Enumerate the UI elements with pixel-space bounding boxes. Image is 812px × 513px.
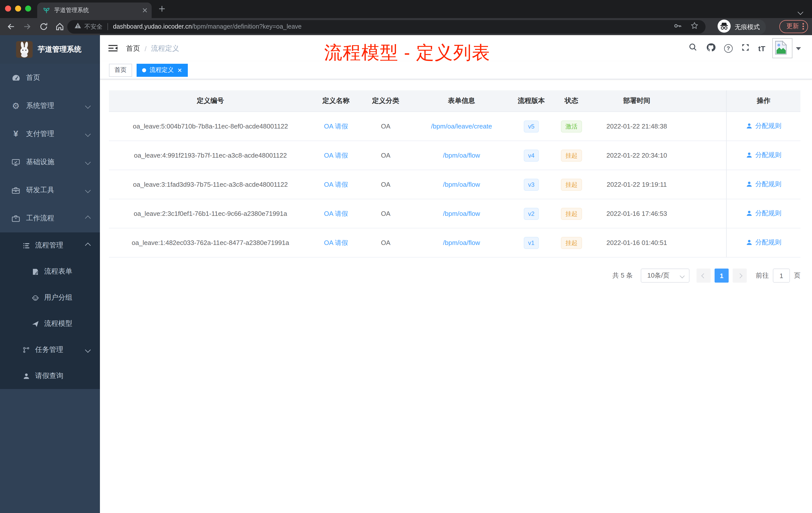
home-icon[interactable] — [55, 22, 64, 33]
goto-page-input[interactable] — [773, 269, 790, 282]
deploy-time: 2022-01-22 19:19:11 — [592, 170, 682, 199]
fullscreen-icon[interactable] — [741, 43, 750, 54]
deploy-time: 2022-01-22 21:48:38 — [592, 112, 682, 141]
github-icon[interactable] — [706, 42, 716, 54]
page-number-button[interactable]: 1 — [715, 269, 729, 282]
col-status: 状态 — [551, 90, 592, 112]
version-badge: v3 — [523, 178, 539, 190]
user-avatar[interactable] — [772, 38, 792, 58]
table-row: oa_leave:4:991f2193-7b7f-11ec-a3c8-acde4… — [109, 141, 801, 170]
breadcrumb: 首页 / 流程定义 — [126, 44, 179, 53]
security-warning-icon[interactable] — [74, 22, 81, 31]
chevron-down-icon — [85, 103, 91, 109]
definition-name-link[interactable]: OA 请假 — [324, 122, 348, 130]
sidebar-collapse-icon[interactable] — [108, 43, 118, 55]
filler-cell — [682, 141, 726, 170]
sidebar-item-process-management[interactable]: 流程管理 — [0, 233, 100, 259]
app-title: 芋道管理系统 — [38, 45, 81, 54]
definition-name-link[interactable]: OA 请假 — [324, 210, 348, 217]
table-header-row: 定义编号 定义名称 定义分类 表单信息 流程版本 状态 部署时间 操作 — [109, 90, 801, 112]
sidebar-item-user-group[interactable]: 用户分组 — [0, 284, 100, 311]
sidebar-item-payment[interactable]: ¥ 支付管理 — [0, 120, 100, 148]
avatar-caret-icon[interactable] — [796, 47, 801, 50]
incognito-badge: 无痕模式 — [717, 20, 766, 35]
assign-rule-button[interactable]: 分配规则 — [746, 151, 781, 160]
filler-cell — [682, 112, 726, 141]
new-tab-button[interactable] — [159, 5, 165, 12]
sidebar-item-devtools[interactable]: 研发工具 — [0, 176, 100, 204]
form-link[interactable]: /bpm/oa/flow — [443, 181, 480, 188]
definition-name-link[interactable]: OA 请假 — [324, 239, 348, 246]
definition-name-link[interactable]: OA 请假 — [324, 180, 348, 188]
tab-search-chevron-icon[interactable] — [799, 7, 803, 16]
gear-icon: ⚙ — [11, 101, 21, 111]
refresh-icon[interactable] — [39, 22, 48, 33]
person-icon — [746, 181, 753, 188]
col-definition-category: 定义分类 — [360, 90, 411, 112]
browser-menu-icon[interactable] — [803, 23, 804, 30]
search-icon[interactable] — [689, 43, 697, 54]
definition-category: OA — [360, 170, 411, 199]
breadcrumb-home[interactable]: 首页 — [126, 44, 140, 53]
forward-icon[interactable] — [23, 22, 32, 33]
pagination: 共 5 条 10条/页 1 前往 页 — [109, 269, 801, 282]
navbar: 首页 / 流程定义 流程模型 - 定义列表 ? tT — [100, 35, 812, 61]
window-zoom-button[interactable] — [25, 5, 31, 11]
definition-category: OA — [360, 112, 411, 141]
assign-rule-button[interactable]: 分配规则 — [746, 238, 781, 247]
deploy-time: 2022-01-16 01:40:51 — [592, 229, 682, 258]
paper-plane-icon — [31, 320, 39, 328]
active-dot-icon — [142, 68, 146, 72]
form-link[interactable]: /bpm/oa/leave/create — [431, 122, 492, 130]
sidebar-item-process-form[interactable]: 流程表单 — [0, 259, 100, 284]
sidebar-item-process-model[interactable]: 流程模型 — [0, 311, 100, 337]
assign-rule-button[interactable]: 分配规则 — [746, 121, 781, 130]
assign-rule-button[interactable]: 分配规则 — [746, 209, 781, 218]
filler-cell — [682, 199, 726, 229]
chevron-down-icon — [85, 131, 91, 137]
browser-tab[interactable]: 芋道管理系统 — [37, 2, 152, 18]
person-icon — [746, 210, 753, 217]
definition-name-link[interactable]: OA 请假 — [324, 151, 348, 159]
window-close-button[interactable] — [5, 5, 11, 11]
tab-close-icon[interactable] — [142, 7, 148, 13]
back-icon[interactable] — [6, 22, 16, 33]
sidebar-item-workflow[interactable]: 工作流程 — [0, 204, 100, 233]
password-key-icon[interactable] — [673, 21, 682, 32]
address-input[interactable]: 不安全 dashboard.yudao.iocoder.cn/bpm/manag… — [67, 20, 705, 33]
url-host: dashboard.yudao.iocoder.cn — [113, 23, 192, 30]
sidebar-item-infrastructure[interactable]: 基础设施 — [0, 148, 100, 176]
definition-id: oa_leave:2:3c1f0ef1-76b1-11ec-9c66-a2380… — [109, 199, 312, 229]
tag-process-definition[interactable]: 流程定义 — [137, 63, 188, 77]
tag-close-icon[interactable] — [177, 67, 182, 72]
bookmark-star-icon[interactable] — [691, 22, 698, 32]
form-link[interactable]: /bpm/oa/flow — [443, 152, 480, 159]
definition-table: 定义编号 定义名称 定义分类 表单信息 流程版本 状态 部署时间 操作 — [109, 90, 801, 258]
chevron-up-icon — [85, 216, 91, 221]
assign-rule-button[interactable]: 分配规则 — [746, 180, 781, 189]
page-size-select[interactable]: 10条/页 — [641, 269, 690, 282]
page-unit-label: 页 — [794, 271, 801, 280]
filler-cell — [682, 170, 726, 199]
dashboard-icon — [11, 73, 21, 82]
tag-home[interactable]: 首页 — [109, 63, 132, 77]
status-badge: 挂起 — [561, 149, 582, 161]
chevron-up-icon — [85, 243, 91, 248]
prev-page-button[interactable] — [696, 269, 710, 282]
browser-update-button[interactable]: 更新 — [779, 20, 808, 33]
sidebar-item-system[interactable]: ⚙ 系统管理 — [0, 92, 100, 120]
tags-view: 首页 流程定义 — [100, 61, 812, 79]
help-icon[interactable]: ? — [724, 44, 733, 53]
sidebar-item-leave-query[interactable]: 请假查询 — [0, 363, 100, 389]
window-minimize-button[interactable] — [15, 5, 21, 11]
toolbox-icon — [11, 186, 21, 194]
sidebar-item-task-management[interactable]: 任务管理 — [0, 337, 100, 363]
next-page-button[interactable] — [733, 269, 747, 282]
sidebar-item-home[interactable]: 首页 — [0, 64, 100, 92]
font-size-icon[interactable]: tT — [758, 44, 765, 53]
person-icon — [746, 239, 753, 246]
form-link[interactable]: /bpm/oa/flow — [443, 239, 480, 246]
col-actions: 操作 — [726, 90, 801, 112]
form-document-icon — [31, 268, 39, 275]
form-link[interactable]: /bpm/oa/flow — [443, 210, 480, 217]
